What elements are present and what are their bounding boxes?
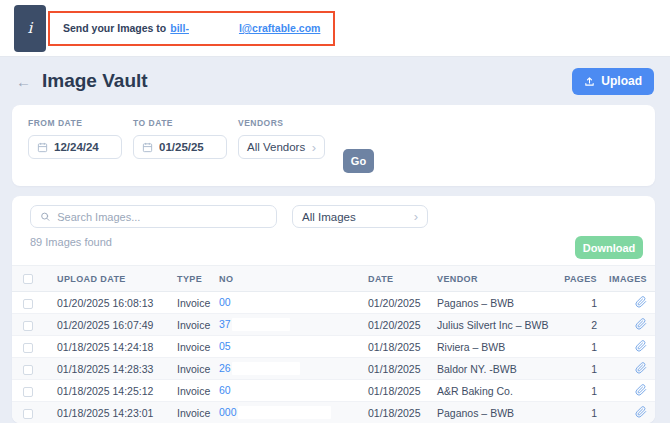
image-vault-page: i Send your Images to bill- l@craftable.… bbox=[0, 0, 670, 423]
redaction-box bbox=[232, 340, 325, 353]
col-header-vendor[interactable]: Vendor bbox=[422, 266, 555, 292]
cell-pages: 1 bbox=[555, 292, 600, 314]
cell-date: 01/18/2025 bbox=[360, 336, 422, 358]
table-row: 01/20/2025 16:07:49 Invoice 37 01/20/202… bbox=[12, 314, 655, 336]
cell-type: Invoice bbox=[165, 380, 215, 402]
redaction-box bbox=[238, 406, 331, 419]
select-all-checkbox[interactable] bbox=[23, 274, 33, 284]
cell-type: Invoice bbox=[165, 358, 215, 380]
upload-button-label: Upload bbox=[601, 74, 642, 88]
invoice-number-link[interactable]: 60 bbox=[219, 384, 231, 396]
email-suffix-link[interactable]: l@craftable.com bbox=[239, 22, 320, 34]
row-checkbox[interactable] bbox=[23, 409, 33, 419]
email-prefix-link[interactable]: bill- bbox=[170, 22, 189, 34]
cell-vendor: Riviera – BWB bbox=[422, 336, 555, 358]
from-date-input[interactable] bbox=[54, 141, 113, 153]
vendors-label: Vendors bbox=[238, 118, 325, 128]
filter-panel: From Date To Date Vendors All Vendors › bbox=[12, 105, 655, 186]
images-filter-dropdown[interactable]: All Images › bbox=[292, 205, 428, 228]
banner-message: Send your Images to bbox=[63, 22, 166, 34]
col-header-pages[interactable]: Pages bbox=[555, 266, 600, 292]
chevron-right-icon: › bbox=[414, 210, 418, 223]
from-date-field[interactable] bbox=[28, 135, 122, 159]
calendar-icon bbox=[142, 142, 153, 153]
invoice-number-link[interactable]: 05 bbox=[219, 340, 231, 352]
row-checkbox[interactable] bbox=[23, 365, 33, 375]
cell-date: 01/18/2025 bbox=[360, 402, 422, 423]
vendors-dropdown-value: All Vendors bbox=[247, 141, 305, 153]
images-filter-value: All Images bbox=[302, 211, 356, 223]
email-redaction bbox=[189, 22, 239, 34]
cell-vendor: Paganos – BWB bbox=[422, 402, 555, 423]
paperclip-icon[interactable] bbox=[635, 384, 647, 398]
cell-type: Invoice bbox=[165, 292, 215, 314]
invoice-number-link[interactable]: 26 bbox=[219, 362, 231, 374]
upload-button[interactable]: Upload bbox=[572, 68, 654, 95]
upload-icon bbox=[584, 76, 595, 87]
redaction-box bbox=[232, 318, 290, 331]
table-row: 01/18/2025 14:23:01 Invoice 000 01/18/20… bbox=[12, 402, 655, 423]
row-checkbox[interactable] bbox=[23, 299, 33, 309]
table-row: 01/20/2025 16:08:13 Invoice 00 01/20/202… bbox=[12, 292, 655, 314]
vendors-dropdown[interactable]: All Vendors › bbox=[238, 135, 325, 159]
chevron-right-icon: › bbox=[312, 141, 316, 154]
cell-vendor: Baldor NY. -BWB bbox=[422, 358, 555, 380]
col-header-images[interactable]: Images bbox=[600, 266, 655, 292]
cell-date: 01/18/2025 bbox=[360, 380, 422, 402]
cell-pages: 1 bbox=[555, 336, 600, 358]
to-date-input[interactable] bbox=[159, 141, 218, 153]
cell-pages: 1 bbox=[555, 380, 600, 402]
cell-type: Invoice bbox=[165, 402, 215, 423]
page-title: Image Vault bbox=[42, 70, 148, 92]
to-date-group: To Date bbox=[133, 118, 227, 173]
search-field[interactable] bbox=[30, 205, 277, 228]
col-header-upload-date[interactable]: Upload Date bbox=[45, 266, 165, 292]
to-date-field[interactable] bbox=[133, 135, 227, 159]
col-header-type[interactable]: Type bbox=[165, 266, 215, 292]
cell-vendor: Julius Silvert Inc – BWB bbox=[422, 314, 555, 336]
redaction-box bbox=[232, 296, 335, 309]
cell-upload-date: 01/18/2025 14:23:01 bbox=[45, 402, 165, 423]
cell-date: 01/18/2025 bbox=[360, 358, 422, 380]
page-header: ← Image Vault Upload bbox=[0, 57, 670, 105]
paperclip-icon[interactable] bbox=[635, 406, 647, 420]
download-button[interactable]: Download bbox=[575, 236, 643, 259]
cell-type: Invoice bbox=[165, 314, 215, 336]
row-checkbox[interactable] bbox=[23, 387, 33, 397]
table-header-row: Upload Date Type No Date Vendor Pages Im… bbox=[12, 266, 655, 292]
search-row: All Images › bbox=[12, 205, 655, 228]
cell-vendor: A&R Baking Co. bbox=[422, 380, 555, 402]
row-checkbox[interactable] bbox=[23, 321, 33, 331]
search-input[interactable] bbox=[57, 211, 267, 223]
cell-upload-date: 01/20/2025 16:08:13 bbox=[45, 292, 165, 314]
redaction-box bbox=[232, 384, 325, 397]
info-banner: i Send your Images to bill- l@craftable.… bbox=[0, 0, 670, 57]
email-annotation-highlight: Send your Images to bill- l@craftable.co… bbox=[48, 11, 335, 46]
table-row: 01/18/2025 14:25:12 Invoice 60 01/18/202… bbox=[12, 380, 655, 402]
invoice-number-link[interactable]: 00 bbox=[219, 296, 231, 308]
cell-upload-date: 01/18/2025 14:25:12 bbox=[45, 380, 165, 402]
invoice-number-link[interactable]: 37 bbox=[219, 318, 231, 330]
cell-pages: 1 bbox=[555, 358, 600, 380]
col-header-no[interactable]: No bbox=[215, 266, 360, 292]
cell-pages: 2 bbox=[555, 314, 600, 336]
cell-vendor: Paganos – BWB bbox=[422, 292, 555, 314]
paperclip-icon[interactable] bbox=[635, 296, 647, 310]
invoice-number-link[interactable]: 000 bbox=[219, 406, 237, 418]
from-date-group: From Date bbox=[28, 118, 122, 173]
images-table: Upload Date Type No Date Vendor Pages Im… bbox=[12, 265, 655, 423]
col-header-date[interactable]: Date bbox=[360, 266, 422, 292]
paperclip-icon[interactable] bbox=[635, 340, 647, 354]
go-button[interactable]: Go bbox=[343, 149, 374, 173]
back-arrow-icon[interactable]: ← bbox=[16, 73, 31, 90]
vendors-group: Vendors All Vendors › bbox=[238, 118, 325, 173]
cell-date: 01/20/2025 bbox=[360, 292, 422, 314]
cell-upload-date: 01/18/2025 14:24:18 bbox=[45, 336, 165, 358]
table-row: 01/18/2025 14:24:18 Invoice 05 01/18/202… bbox=[12, 336, 655, 358]
cell-pages: 1 bbox=[555, 402, 600, 423]
search-icon bbox=[40, 211, 50, 222]
row-checkbox[interactable] bbox=[23, 343, 33, 353]
paperclip-icon[interactable] bbox=[635, 318, 647, 332]
paperclip-icon[interactable] bbox=[635, 362, 647, 376]
redaction-box bbox=[232, 362, 300, 375]
